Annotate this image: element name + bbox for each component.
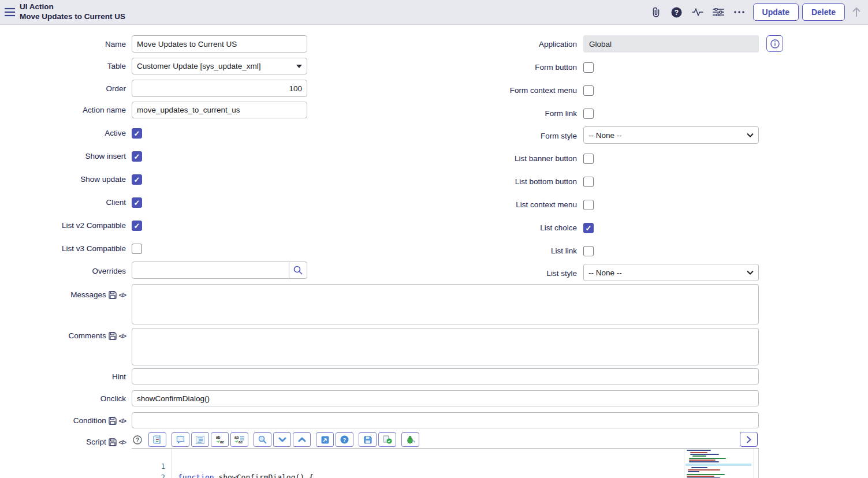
form-button-label: Form button bbox=[404, 62, 577, 73]
comments-label: Comments </> bbox=[0, 331, 126, 341]
condition-label: Condition </> bbox=[0, 416, 126, 426]
order-label: Order bbox=[0, 84, 126, 94]
condition-input[interactable] bbox=[132, 412, 759, 428]
form-style-label: Form style bbox=[404, 131, 577, 141]
svg-text:?: ? bbox=[675, 8, 679, 16]
editor-replace-all-button[interactable]: abac bbox=[230, 432, 248, 447]
chevron-down-icon bbox=[747, 133, 754, 137]
form-context-menu-checkbox[interactable] bbox=[583, 85, 594, 96]
chevron-down-icon bbox=[278, 437, 286, 442]
menu-icon[interactable] bbox=[0, 0, 20, 25]
list-context-menu-checkbox[interactable] bbox=[583, 200, 594, 210]
list-banner-button-checkbox[interactable] bbox=[583, 154, 594, 164]
editor-popout-button[interactable] bbox=[316, 432, 334, 447]
condition-code-icon[interactable]: </> bbox=[119, 416, 126, 426]
scroll-to-top-icon[interactable] bbox=[845, 0, 868, 25]
dropdown-triangle-icon bbox=[296, 65, 302, 68]
table-select[interactable]: Customer Update [sys_update_xml] bbox=[132, 58, 307, 74]
editor-help-reference-button[interactable]: ? bbox=[336, 432, 353, 447]
activity-stream-icon[interactable] bbox=[687, 0, 708, 25]
list-choice-checkbox[interactable] bbox=[583, 223, 594, 233]
chevron-up-icon bbox=[298, 437, 306, 442]
editor-expand-button[interactable] bbox=[740, 432, 758, 447]
editor-comment-button[interactable] bbox=[172, 432, 189, 447]
editor-syntax-check-button[interactable] bbox=[378, 432, 396, 447]
open-new-window-icon bbox=[321, 436, 329, 444]
active-checkbox[interactable] bbox=[132, 128, 142, 139]
script-save-icon[interactable] bbox=[109, 438, 117, 446]
application-info-button[interactable] bbox=[766, 35, 783, 52]
hint-input[interactable] bbox=[132, 368, 759, 384]
overrides-input[interactable] bbox=[132, 262, 289, 279]
application-label: Application bbox=[404, 39, 577, 50]
editor-help-icon[interactable]: ? bbox=[132, 432, 143, 447]
list-bottom-button-checkbox[interactable] bbox=[583, 177, 594, 187]
update-button[interactable]: Update bbox=[753, 3, 799, 21]
messages-textarea[interactable] bbox=[132, 284, 759, 324]
form-button-checkbox[interactable] bbox=[583, 62, 594, 73]
attachment-icon[interactable] bbox=[646, 0, 666, 25]
overrides-label: Overrides bbox=[0, 266, 126, 277]
editor-debug-button[interactable] bbox=[401, 432, 419, 447]
list-style-select-value: -- None -- bbox=[588, 268, 747, 277]
editor-save-button[interactable] bbox=[359, 432, 377, 447]
name-input[interactable] bbox=[132, 35, 307, 53]
code-line: 2 bbox=[132, 461, 758, 472]
editor-find-previous-button[interactable] bbox=[293, 432, 311, 447]
code-line: 3 var entries = g_list.getChecked(); bbox=[132, 472, 758, 478]
messages-code-icon[interactable]: </> bbox=[119, 290, 126, 300]
active-label: Active bbox=[0, 128, 126, 139]
list-v2-compatible-label: List v2 Compatible bbox=[0, 221, 126, 231]
minimap-highlight bbox=[686, 464, 751, 466]
overrides-field bbox=[132, 262, 307, 279]
name-label: Name bbox=[0, 39, 126, 50]
svg-text:?: ? bbox=[136, 436, 139, 443]
script-editor-toolbar: ? abac abac bbox=[132, 432, 419, 447]
show-insert-checkbox[interactable] bbox=[132, 151, 142, 162]
search-icon bbox=[258, 435, 267, 444]
comments-textarea[interactable] bbox=[132, 328, 759, 365]
syntax-check-icon bbox=[383, 435, 392, 444]
overrides-lookup-button[interactable] bbox=[289, 262, 307, 279]
action-name-input[interactable] bbox=[132, 102, 307, 118]
delete-button[interactable]: Delete bbox=[802, 3, 845, 21]
list-choice-label: List choice bbox=[404, 223, 577, 233]
record-title: Move Updates to Current US bbox=[20, 12, 125, 22]
editor-search-button[interactable] bbox=[254, 432, 271, 447]
order-input[interactable] bbox=[132, 80, 307, 97]
comments-save-icon[interactable] bbox=[109, 332, 117, 340]
client-checkbox[interactable] bbox=[132, 197, 142, 208]
list-link-label: List link bbox=[404, 246, 577, 256]
form-link-checkbox[interactable] bbox=[583, 109, 594, 119]
list-style-select[interactable]: -- None -- bbox=[583, 264, 759, 281]
minimap-scrollbar[interactable] bbox=[754, 449, 759, 478]
editor-replace-button[interactable]: abac bbox=[211, 432, 229, 447]
client-label: Client bbox=[0, 197, 126, 208]
onclick-input[interactable] bbox=[132, 390, 759, 406]
help-icon[interactable]: ? bbox=[666, 0, 687, 25]
editor-find-next-button[interactable] bbox=[273, 432, 291, 447]
condition-save-icon[interactable] bbox=[109, 417, 117, 425]
more-options-icon[interactable] bbox=[729, 0, 750, 25]
list-link-checkbox[interactable] bbox=[583, 246, 594, 256]
application-value: Global bbox=[583, 35, 759, 53]
form-style-select[interactable]: -- None -- bbox=[583, 126, 759, 144]
messages-save-icon[interactable] bbox=[109, 291, 117, 299]
list-v2-compatible-checkbox[interactable] bbox=[132, 221, 142, 231]
messages-label: Messages </> bbox=[0, 290, 126, 300]
code-minimap[interactable] bbox=[684, 449, 753, 478]
personalize-form-icon[interactable] bbox=[708, 0, 729, 25]
editor-macro-button[interactable] bbox=[148, 432, 166, 447]
page-title: UI Action Move Updates to Current US bbox=[20, 2, 125, 22]
comments-code-icon[interactable]: </> bbox=[119, 331, 126, 341]
show-update-label: Show update bbox=[0, 174, 126, 185]
onclick-label: Onclick bbox=[0, 394, 126, 404]
editor-format-button[interactable] bbox=[191, 432, 209, 447]
form-context-menu-label: Form context menu bbox=[404, 85, 577, 96]
list-v3-compatible-checkbox[interactable] bbox=[132, 244, 142, 254]
script-code-editor[interactable]: 1 function showConfirmDialog() { 2 3 var… bbox=[132, 448, 759, 478]
show-update-checkbox[interactable] bbox=[132, 174, 142, 185]
script-code-icon[interactable]: </> bbox=[119, 437, 126, 447]
svg-text:?: ? bbox=[343, 436, 347, 443]
script-label: Script </> bbox=[0, 437, 126, 447]
